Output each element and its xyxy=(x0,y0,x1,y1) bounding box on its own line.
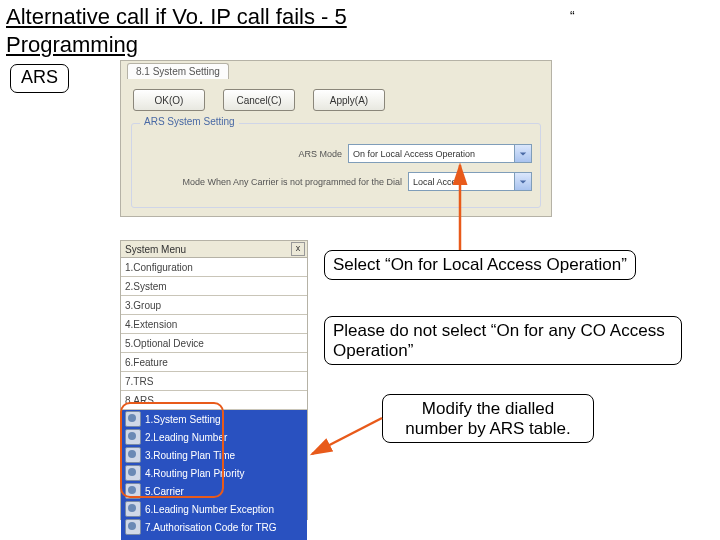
menu-item-feature[interactable]: 6.Feature xyxy=(121,353,307,372)
ars-submenu: 1.System Setting 2.Leading Number 3.Rout… xyxy=(121,410,307,540)
menu-item-system[interactable]: 2.System xyxy=(121,277,307,296)
submenu-label: 3.Routing Plan Time xyxy=(145,450,235,461)
submenu-label: 1.System Setting xyxy=(145,414,221,425)
system-menu-title: System Menu xyxy=(125,244,186,255)
submenu-routing-plan-priority[interactable]: 4.Routing Plan Priority xyxy=(125,464,303,482)
submenu-system-setting[interactable]: 1.System Setting xyxy=(125,410,303,428)
submenu-leading-number-exception[interactable]: 6.Leading Number Exception xyxy=(125,500,303,518)
menu-item-ars[interactable]: 8.ARS xyxy=(121,391,307,410)
apply-button[interactable]: Apply(A) xyxy=(313,89,385,111)
label-carrier-mode: Mode When Any Carrier is not programmed … xyxy=(142,177,408,187)
chevron-down-icon xyxy=(514,173,531,190)
node-icon xyxy=(125,465,141,481)
node-icon xyxy=(125,429,141,445)
menu-item-group[interactable]: 3.Group xyxy=(121,296,307,315)
system-menu-header: System Menu x xyxy=(121,241,307,258)
system-menu-panel: System Menu x 1.Configuration 2.System 3… xyxy=(120,240,308,520)
dialog-button-row: OK(O) Cancel(C) Apply(A) xyxy=(133,89,385,111)
ok-button[interactable]: OK(O) xyxy=(133,89,205,111)
dropdown-ars-mode[interactable]: On for Local Access Operation xyxy=(348,144,532,163)
menu-item-extension[interactable]: 4.Extension xyxy=(121,315,307,334)
slide-page: Alternative call if Vo. IP call fails - … xyxy=(0,0,720,540)
tab-system-setting[interactable]: 8.1 System Setting xyxy=(127,63,229,79)
menu-item-optional-device[interactable]: 5.Optional Device xyxy=(121,334,307,353)
system-setting-panel: 8.1 System Setting OK(O) Cancel(C) Apply… xyxy=(120,60,552,217)
field-row-carrier-mode: Mode When Any Carrier is not programmed … xyxy=(142,172,532,191)
submenu-label: 6.Leading Number Exception xyxy=(145,504,274,515)
dropdown-carrier-mode-value: Local Access xyxy=(413,177,466,187)
callout-do-not-select: Please do not select “On for any CO Acce… xyxy=(324,316,682,365)
callout-modify-dialled-number: Modify the dialled number by ARS table. xyxy=(382,394,594,443)
chevron-down-icon xyxy=(514,145,531,162)
cancel-button[interactable]: Cancel(C) xyxy=(223,89,295,111)
dropdown-ars-mode-value: On for Local Access Operation xyxy=(353,149,475,159)
submenu-label: 7.Authorisation Code for TRG xyxy=(145,522,277,533)
group-legend: ARS System Setting xyxy=(140,116,239,127)
submenu-label: 4.Routing Plan Priority xyxy=(145,468,245,479)
node-icon xyxy=(125,501,141,517)
page-subtitle: Programming xyxy=(6,32,138,58)
callout-select-local-access: Select “On for Local Access Operation” xyxy=(324,250,636,280)
stray-quote-mark: “ xyxy=(570,8,575,24)
node-icon xyxy=(125,447,141,463)
label-ars-mode: ARS Mode xyxy=(142,149,348,159)
submenu-routing-plan-time[interactable]: 3.Routing Plan Time xyxy=(125,446,303,464)
submenu-carrier[interactable]: 5.Carrier xyxy=(125,482,303,500)
menu-item-configuration[interactable]: 1.Configuration xyxy=(121,258,307,277)
ars-system-setting-group: ARS System Setting ARS Mode On for Local… xyxy=(131,123,541,208)
node-icon xyxy=(125,483,141,499)
dropdown-carrier-mode[interactable]: Local Access xyxy=(408,172,532,191)
menu-item-trs[interactable]: 7.TRS xyxy=(121,372,307,391)
node-icon xyxy=(125,411,141,427)
field-row-ars-mode: ARS Mode On for Local Access Operation xyxy=(142,144,532,163)
submenu-label: 5.Carrier xyxy=(145,486,184,497)
close-icon[interactable]: x xyxy=(291,242,305,256)
submenu-label: 2.Leading Number xyxy=(145,432,227,443)
submenu-leading-number[interactable]: 2.Leading Number xyxy=(125,428,303,446)
ars-tag: ARS xyxy=(10,64,69,93)
page-title: Alternative call if Vo. IP call fails - … xyxy=(6,4,347,30)
node-icon xyxy=(125,519,141,535)
submenu-authorisation-code[interactable]: 7.Authorisation Code for TRG xyxy=(125,518,303,536)
